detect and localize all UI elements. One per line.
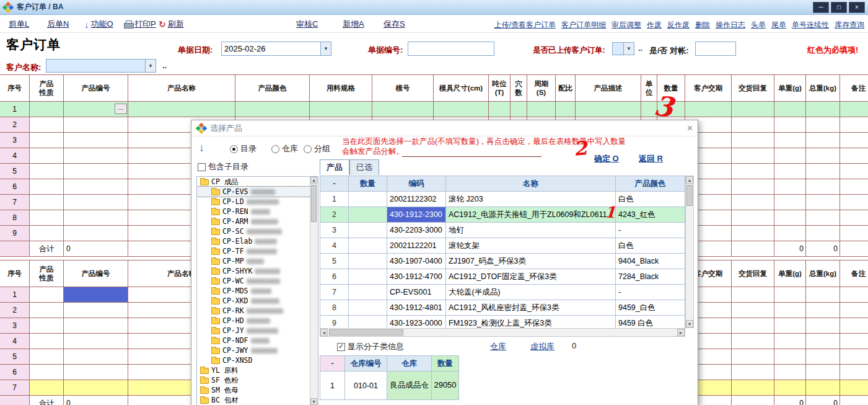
grid-cell[interactable] xyxy=(732,210,774,226)
reconcile-input[interactable] xyxy=(695,42,736,56)
return-button[interactable]: 返回 R xyxy=(639,153,663,164)
print-button[interactable]: 打印P xyxy=(134,19,156,30)
grid-cell[interactable] xyxy=(64,303,128,318)
toolbar-button[interactable]: 反作废 xyxy=(667,20,690,30)
grid-cell[interactable] xyxy=(774,318,806,334)
grid-cell[interactable]: 7 xyxy=(0,195,30,210)
grid-cell[interactable]: 4 xyxy=(0,334,30,349)
product-name-cell[interactable]: ZJ1907_码盘_环保3类 xyxy=(446,254,616,269)
grid-cell[interactable] xyxy=(732,164,774,179)
tree-item[interactable]: CP-RK xyxy=(197,306,318,316)
close-button[interactable]: × xyxy=(849,2,865,13)
maximize-button[interactable]: □ xyxy=(831,2,847,13)
grid-cell[interactable] xyxy=(30,117,64,133)
warehouse-link[interactable]: 仓库 xyxy=(490,341,506,352)
grid-cell[interactable] xyxy=(840,334,868,349)
warehouse-name-cell[interactable]: 良品成品仓 xyxy=(387,372,432,400)
toolbar-button[interactable]: 单号连续性 xyxy=(792,20,829,30)
grid-cell[interactable] xyxy=(774,365,806,380)
customer-dropdown-icon[interactable]: ▼ xyxy=(145,60,156,72)
grid-cell[interactable] xyxy=(840,179,868,195)
grid-cell[interactable] xyxy=(806,195,840,210)
grid-cell[interactable] xyxy=(30,287,64,303)
grid-cell[interactable] xyxy=(806,380,840,396)
date-input[interactable]: 2025-02-26 ▼ xyxy=(221,42,331,56)
grid-cell[interactable] xyxy=(64,380,128,396)
grid-cell[interactable] xyxy=(732,133,774,148)
grid-cell[interactable] xyxy=(64,349,128,365)
product-code-cell[interactable]: 20021122302 xyxy=(387,192,446,207)
product-seq-cell[interactable]: 6 xyxy=(320,269,349,285)
toolbar-button[interactable]: 头单 xyxy=(751,20,766,30)
customer-combo[interactable]: ▼ xyxy=(46,59,156,73)
tree-item[interactable]: CP-WC xyxy=(197,276,318,286)
grid-cell[interactable] xyxy=(30,334,64,349)
warehouse-row[interactable]: 1010-01良品成品仓29050 xyxy=(320,372,459,400)
product-seq-cell[interactable]: 5 xyxy=(320,254,349,269)
product-qty-cell[interactable] xyxy=(349,223,387,238)
product-color-cell[interactable]: 7284_Black xyxy=(616,269,685,285)
toolbar-button[interactable]: 作废 xyxy=(647,20,662,30)
grid-cell[interactable] xyxy=(732,117,774,133)
confirm-button[interactable]: 确定 O xyxy=(594,153,619,164)
tree-item[interactable]: CP-ARM xyxy=(197,216,318,226)
scroll-down-icon[interactable]: ▼ xyxy=(310,398,317,405)
grid-cell[interactable] xyxy=(30,133,64,148)
product-name-cell[interactable]: AC1912_电源开关推钮_用于ZL0609和ZL0611 xyxy=(446,207,616,223)
tree-item[interactable]: CP-LD xyxy=(197,197,318,207)
scroll-thumb[interactable] xyxy=(329,329,403,336)
product-vscrollbar[interactable]: ▲ ▼ xyxy=(685,176,694,328)
grid-cell[interactable] xyxy=(64,148,128,164)
grid-cell[interactable] xyxy=(774,195,806,210)
grid-cell[interactable] xyxy=(732,148,774,164)
tree-item[interactable]: CP-REN xyxy=(197,207,318,216)
product-color-cell[interactable]: 9404_Black xyxy=(616,254,685,269)
tree-item[interactable]: BC 包材 xyxy=(197,395,318,405)
scroll-up-icon[interactable]: ▲ xyxy=(310,177,317,184)
warehouse-seq-cell[interactable]: 1 xyxy=(320,372,345,400)
product-qty-cell[interactable] xyxy=(349,207,387,223)
grid-cell[interactable] xyxy=(489,102,511,117)
product-color-cell[interactable]: 9459_白色 xyxy=(616,300,685,316)
product-row[interactable]: 5430-1907-0400ZJ1907_码盘_环保3类9404_Black xyxy=(320,254,685,269)
grid-cell[interactable] xyxy=(806,148,840,164)
grid-cell[interactable] xyxy=(774,349,806,365)
grid-cell[interactable]: 6 xyxy=(0,365,30,380)
virtual-warehouse-link[interactable]: 虚拟库 xyxy=(530,341,555,352)
grid-cell[interactable]: 8 xyxy=(0,210,30,226)
grid-cell[interactable] xyxy=(30,365,64,380)
grid-cell[interactable] xyxy=(434,102,489,117)
grid-cell[interactable] xyxy=(806,179,840,195)
grid-cell[interactable] xyxy=(30,380,64,396)
tree-item[interactable]: CP-MDS xyxy=(197,286,318,296)
grid-cell[interactable] xyxy=(64,318,128,334)
grid-cell[interactable] xyxy=(806,210,840,226)
grid-cell[interactable] xyxy=(64,117,128,133)
product-seq-cell[interactable]: 4 xyxy=(320,238,349,254)
scroll-right-icon[interactable]: ► xyxy=(677,329,685,336)
save-button[interactable]: 保存S xyxy=(384,19,405,30)
product-row[interactable]: 6430-1912-4700AC1912_DTOF固定盖_环保3类7284_Bl… xyxy=(320,269,685,285)
product-picker-button[interactable]: ... xyxy=(115,104,127,114)
toolbar-button[interactable]: 审后调整 xyxy=(612,20,641,30)
grid-cell[interactable] xyxy=(732,303,774,318)
grid-cell[interactable]: 1 xyxy=(0,102,30,117)
grid-cell[interactable] xyxy=(806,303,840,318)
grid-cell[interactable] xyxy=(774,164,806,179)
product-name-cell[interactable]: 滚轮 J203 xyxy=(446,192,616,207)
tree-item[interactable]: CP-TF xyxy=(197,246,318,256)
product-name-cell[interactable]: AC1912_风机座密封盖_环保3类 xyxy=(446,300,616,316)
grid-cell[interactable] xyxy=(774,226,806,241)
product-row[interactable]: 3430-2203-3000地钉- xyxy=(320,223,685,238)
grid-cell[interactable] xyxy=(806,334,840,349)
date-dropdown-icon[interactable]: ▼ xyxy=(320,42,331,55)
grid-cell[interactable] xyxy=(64,226,128,241)
radio-warehouse[interactable]: 仓库 xyxy=(271,143,298,154)
product-qty-cell[interactable] xyxy=(349,192,387,207)
product-name-cell[interactable]: 大轮盖(半成品) xyxy=(446,285,616,300)
grid-cell[interactable] xyxy=(527,102,556,117)
grid-cell[interactable] xyxy=(774,148,806,164)
grid-cell[interactable] xyxy=(774,210,806,226)
product-qty-cell[interactable] xyxy=(349,269,387,285)
grid-cell[interactable] xyxy=(685,102,732,117)
